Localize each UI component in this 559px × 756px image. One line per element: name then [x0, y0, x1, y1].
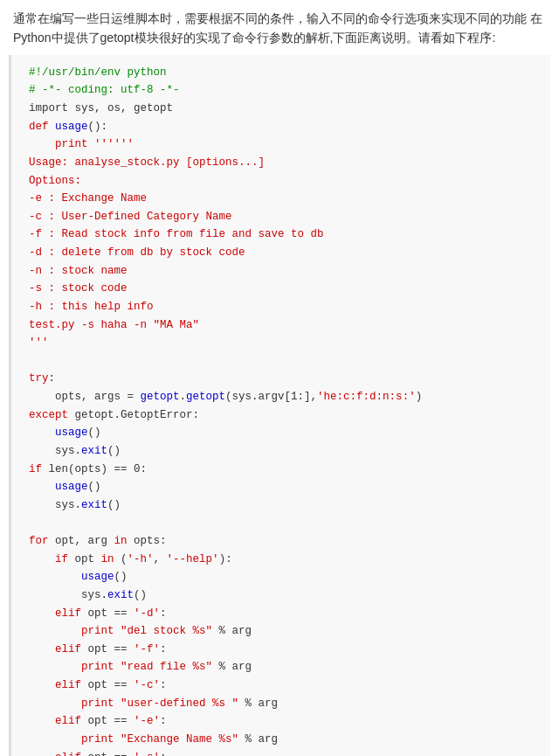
if-len-line: if len(opts) == 0: — [29, 461, 533, 479]
usage-label-line: Usage: analyse_stock.py [options...] — [29, 154, 533, 172]
if-h-line: if opt in ('-h', '--help'): — [29, 551, 533, 569]
blank-line-1 — [29, 352, 533, 371]
for-line: for opt, arg in opts: — [29, 532, 533, 551]
options-header-line: Options: — [29, 172, 533, 191]
coding-line: # -*- coding: utf-8 -*- — [29, 81, 533, 100]
blank-line-2 — [29, 514, 533, 532]
test-cmd-line: test.py -s haha -n "MA Ma" — [29, 316, 533, 335]
except-line: except getopt.GetoptError: — [29, 406, 533, 425]
import-line: import sys, os, getopt — [29, 100, 533, 118]
opt-n-line: -n : stock name — [29, 262, 533, 281]
usage-call2-line: usage() — [29, 478, 533, 496]
print-del-line: print "del stock %s" % arg — [29, 622, 533, 641]
print-exchange-line: print "Exchange Name %s" % arg — [29, 731, 533, 749]
intro-paragraph: 通常在编写一些日运维脚本时，需要根据不同的条件，输入不同的命令行选项来实现不同的… — [0, 0, 559, 55]
print-quotes-line: print '''''' — [29, 135, 533, 154]
elif-s-line: elif opt == '-s': — [29, 749, 533, 756]
opt-c-line: -c : User-Defined Category Name — [29, 208, 533, 226]
def-usage-line: def usage(): — [29, 118, 533, 136]
opt-e-line: -e : Exchange Name — [29, 190, 533, 208]
try-line: try: — [29, 370, 533, 388]
opt-d-line: -d : delete from db by stock code — [29, 244, 533, 262]
sys-exit3-line: sys.exit() — [29, 586, 533, 605]
opt-h-line: -h : this help info — [29, 298, 533, 316]
elif-e-line: elif opt == '-e': — [29, 712, 533, 731]
close-quotes-line: ''' — [29, 334, 533, 352]
elif-c-line: elif opt == '-c': — [29, 676, 533, 695]
print-user-line: print "user-defined %s " % arg — [29, 695, 533, 713]
opt-s-line: -s : stock code — [29, 280, 533, 298]
usage-call3-line: usage() — [29, 568, 533, 586]
elif-f-line: elif opt == '-f': — [29, 641, 533, 659]
intro-text: 通常在编写一些日运维脚本时，需要根据不同的条件，输入不同的命令行选项来实现不同的… — [13, 11, 542, 45]
usage-call1-line: usage() — [29, 424, 533, 442]
sys-exit1-line: sys.exit() — [29, 442, 533, 461]
opts-args-line: opts, args = getopt.getopt(sys.argv[1:],… — [29, 388, 533, 406]
sys-exit2-line: sys.exit() — [29, 496, 533, 515]
print-read-line: print "read file %s" % arg — [29, 658, 533, 676]
code-block: #!/usr/bin/env python # -*- coding: utf-… — [9, 55, 550, 756]
opt-f-line: -f : Read stock info from file and save … — [29, 225, 533, 244]
shebang-line: #!/usr/bin/env python — [29, 64, 533, 82]
elif-d-line: elif opt == '-d': — [29, 605, 533, 623]
